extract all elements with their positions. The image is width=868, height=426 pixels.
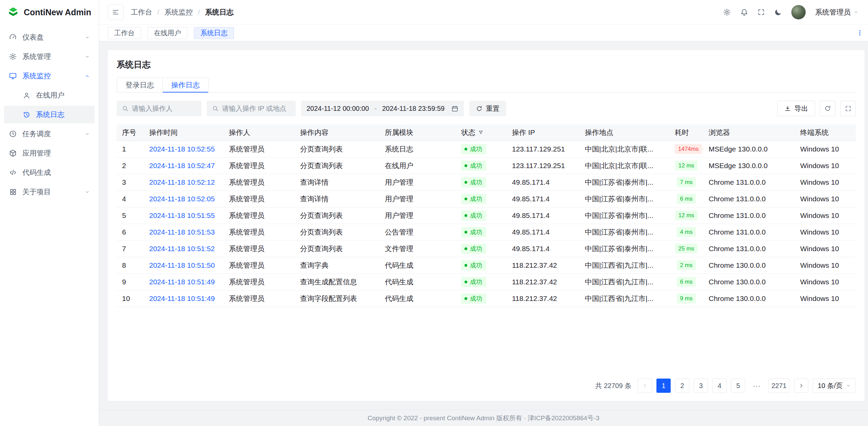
sidebar-item-system-monitor[interactable]: 系统监控	[4, 67, 95, 85]
cell-module: 公告管理	[379, 224, 456, 240]
time-link[interactable]: 2024-11-18 10:51:50	[149, 261, 215, 269]
search-icon	[122, 105, 129, 112]
tab-login-log[interactable]: 登录日志	[117, 78, 163, 92]
logo-icon	[7, 6, 19, 18]
page-button-2[interactable]: 2	[675, 379, 689, 393]
table-row: 6 2024-11-18 10:51:53 系统管理员 分页查询列表 公告管理 …	[117, 224, 856, 240]
cell-module: 用户管理	[379, 174, 456, 190]
next-page-button[interactable]	[794, 379, 808, 393]
cell-module: 在线用户	[379, 157, 456, 174]
sidebar-item-system-log[interactable]: 系统日志	[4, 106, 95, 123]
sidebar-item-app-management[interactable]: 应用管理	[4, 144, 95, 162]
cell-location: 中国|北京|北京市|联...	[579, 157, 669, 174]
user-icon	[22, 92, 31, 99]
duration-badge: 4 ms	[677, 227, 696, 237]
table-fullscreen-button[interactable]	[840, 101, 856, 116]
time-link[interactable]: 2024-11-18 10:52:12	[149, 178, 215, 186]
time-link[interactable]: 2024-11-18 10:52:47	[149, 162, 215, 169]
date-range-picker[interactable]: 2024-11-12 00:00:00 - 2024-11-18 23:59:5…	[301, 101, 464, 116]
chevron-down-icon	[85, 54, 90, 59]
cell-ip: 49.85.171.4	[507, 207, 579, 224]
cell-module: 代码生成	[379, 290, 456, 307]
cell-browser: Chrome 131.0.0.0	[703, 224, 795, 240]
col-os: 终端系统	[795, 124, 856, 141]
status-dot-icon	[465, 281, 467, 283]
refresh-table-button[interactable]	[820, 101, 835, 116]
time-link[interactable]: 2024-11-18 10:52:55	[149, 145, 215, 153]
cell-ip: 49.85.171.4	[507, 240, 579, 257]
export-button[interactable]: 导出	[777, 101, 815, 116]
sidebar-item-system-management[interactable]: 系统管理	[4, 48, 95, 65]
cell-operator: 系统管理员	[223, 273, 295, 290]
grid-icon	[9, 188, 17, 196]
sidebar-item-code-generation[interactable]: 代码生成	[4, 164, 95, 181]
sidebar-item-task-schedule[interactable]: 任务调度	[4, 125, 95, 143]
cell-browser: MSEdge 130.0.0.0	[703, 141, 795, 157]
page-ellipsis-button[interactable]: ···	[750, 379, 764, 393]
time-link[interactable]: 2024-11-18 10:51:49	[149, 295, 215, 302]
tab-workbench[interactable]: 工作台	[108, 27, 141, 39]
time-link[interactable]: 2024-11-18 10:51:49	[149, 278, 215, 286]
breadcrumb-item[interactable]: 系统监控	[164, 7, 193, 17]
tab-online-users[interactable]: 在线用户	[147, 27, 188, 39]
page-button-1[interactable]: 1	[656, 379, 671, 393]
sidebar-item-online-users[interactable]: 在线用户	[4, 86, 95, 104]
col-content: 操作内容	[295, 124, 379, 141]
avatar[interactable]	[791, 5, 806, 20]
tab-operation-log[interactable]: 操作日志	[162, 78, 209, 92]
sidebar-item-dashboard[interactable]: 仪表盘	[4, 28, 95, 46]
theme-toggle-button[interactable]	[774, 8, 782, 16]
ip-search-input[interactable]	[222, 105, 291, 113]
cell-module: 用户管理	[379, 207, 456, 224]
logo[interactable]: ContiNew Admin	[0, 0, 99, 24]
duration-badge: 9 ms	[677, 293, 696, 303]
prev-page-button[interactable]	[638, 379, 652, 393]
user-menu[interactable]: 系统管理员	[815, 7, 859, 17]
sidebar-item-about-project[interactable]: 关于项目	[4, 183, 95, 201]
tab-system-log[interactable]: 系统日志	[194, 27, 234, 39]
operator-search-input[interactable]	[132, 105, 196, 113]
refresh-icon	[824, 105, 831, 112]
breadcrumb-item[interactable]: 工作台	[131, 7, 152, 17]
history-icon	[22, 111, 31, 119]
cell-time: 2024-11-18 10:51:49	[144, 290, 223, 307]
time-link[interactable]: 2024-11-18 10:51:55	[149, 211, 215, 219]
breadcrumb: 工作台 / 系统监控 / 系统日志	[131, 7, 234, 17]
status-dot-icon	[465, 231, 467, 234]
duration-badge: 6 ms	[677, 277, 696, 287]
cell-content: 查询详情	[295, 174, 379, 190]
settings-button[interactable]	[723, 8, 731, 16]
page-button-5[interactable]: 5	[731, 379, 745, 393]
time-link[interactable]: 2024-11-18 10:51:52	[149, 245, 215, 252]
notifications-button[interactable]	[740, 8, 748, 16]
fullscreen-button[interactable]	[757, 8, 765, 16]
chevron-down-icon	[85, 189, 90, 195]
moon-icon	[774, 8, 782, 16]
time-link[interactable]: 2024-11-18 10:52:05	[149, 195, 215, 203]
cell-os: Windows 10	[795, 273, 856, 290]
status-dot-icon	[465, 198, 467, 200]
cell-browser: Chrome 131.0.0.0	[703, 207, 795, 224]
cell-location: 中国|江西省|九江市|...	[579, 257, 669, 273]
cell-ip: 123.117.129.251	[507, 141, 579, 157]
cell-os: Windows 10	[795, 190, 856, 207]
breadcrumb-separator: /	[157, 8, 159, 16]
chevron-down-icon	[846, 383, 851, 388]
cell-status: 成功	[456, 240, 507, 257]
status-filter-icon[interactable]	[478, 130, 484, 135]
tab-more-button[interactable]	[856, 29, 863, 36]
page-button-4[interactable]: 4	[712, 379, 727, 393]
cell-operator: 系统管理员	[223, 240, 295, 257]
reset-button[interactable]: 重置	[469, 101, 506, 116]
status-badge: 成功	[461, 144, 486, 154]
ip-search-field[interactable]	[207, 101, 296, 116]
col-index: 序号	[117, 124, 144, 141]
bell-icon	[740, 8, 748, 16]
page-button-3[interactable]: 3	[694, 379, 708, 393]
menu-collapse-button[interactable]	[108, 4, 123, 20]
page-button-last[interactable]: 2271	[768, 379, 790, 393]
page-size-select[interactable]: 10 条/页	[813, 379, 856, 393]
status-badge: 成功	[461, 194, 486, 204]
time-link[interactable]: 2024-11-18 10:51:53	[149, 228, 215, 236]
operator-search-field[interactable]	[117, 101, 201, 116]
